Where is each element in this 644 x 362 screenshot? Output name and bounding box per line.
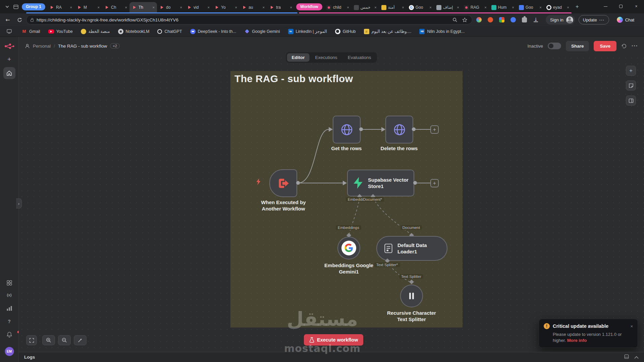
browser-tab[interactable]: RAG× bbox=[462, 2, 489, 13]
tab-search-icon[interactable] bbox=[3, 2, 11, 11]
bookmark[interactable]: Gmail bbox=[21, 29, 40, 34]
browser-tab[interactable]: RA× bbox=[47, 2, 74, 13]
bookmark[interactable]: YouTube bbox=[48, 29, 73, 34]
browser-tab[interactable]: Goo× bbox=[517, 2, 544, 13]
tab-close-icon[interactable]: × bbox=[290, 6, 292, 9]
bookmark[interactable]: منصة الخطة bbox=[81, 29, 110, 34]
node-supabase-vector-store[interactable]: Supabase Vector Store1 bbox=[347, 170, 414, 196]
bookmark[interactable]: GitHub bbox=[335, 29, 356, 34]
tab-activity-icon[interactable] bbox=[11, 2, 20, 11]
output-port[interactable] bbox=[359, 127, 363, 131]
workflow-canvas[interactable]: The RAG - sub workflow Wh bbox=[19, 55, 644, 352]
update-button[interactable]: Update ··· bbox=[579, 15, 609, 24]
templates-icon[interactable] bbox=[6, 280, 12, 286]
browser-tab[interactable]: M× bbox=[74, 2, 102, 13]
tab-close-icon[interactable]: × bbox=[539, 6, 541, 9]
insights-icon[interactable] bbox=[6, 306, 12, 311]
bookmark[interactable]: NotebookLM bbox=[118, 29, 150, 34]
browser-tab[interactable]: child× bbox=[324, 2, 352, 13]
tab-close-icon[interactable]: × bbox=[402, 6, 404, 9]
node-get-the-rows[interactable] bbox=[333, 116, 361, 143]
share-button[interactable]: Share bbox=[566, 41, 589, 51]
split-panel-icon[interactable] bbox=[626, 96, 636, 106]
tags-badge[interactable]: +2 bbox=[110, 43, 120, 49]
browser-tab[interactable]: Hum× bbox=[489, 2, 517, 13]
window-close-button[interactable]: × bbox=[629, 0, 644, 13]
reading-list-icon[interactable] bbox=[5, 27, 13, 36]
zoom-out-icon[interactable] bbox=[58, 335, 71, 345]
tab-close-icon[interactable]: × bbox=[208, 6, 210, 9]
tab-group-1[interactable]: Group 1 bbox=[22, 3, 45, 10]
minimize-button[interactable] bbox=[598, 0, 613, 13]
more-info-link[interactable]: More info bbox=[567, 338, 587, 343]
browser-essentials-icon[interactable] bbox=[474, 15, 484, 24]
bookmark[interactable]: ChatGPT bbox=[157, 29, 182, 34]
sidebar-expander-chevron-icon[interactable]: › bbox=[16, 198, 22, 208]
sign-in-button[interactable]: Sign in bbox=[546, 15, 575, 24]
browser-tab[interactable]: vid× bbox=[184, 2, 212, 13]
extension-c-icon[interactable] bbox=[508, 15, 518, 24]
favorite-star-icon[interactable] bbox=[461, 16, 468, 23]
bookmark[interactable]: وظائف عن بعد اليوم.... bbox=[364, 29, 412, 34]
node-delete-the-rows[interactable] bbox=[385, 116, 413, 143]
breadcrumb-project[interactable]: Personal bbox=[33, 44, 51, 49]
tab-close-icon[interactable]: × bbox=[429, 6, 431, 9]
browser-tab[interactable]: Goo× bbox=[407, 2, 434, 13]
variables-icon[interactable]: {x} bbox=[7, 293, 12, 297]
n8n-logo-icon[interactable] bbox=[4, 43, 15, 50]
output-port[interactable] bbox=[413, 181, 417, 185]
tab-close-icon[interactable]: × bbox=[70, 6, 72, 9]
browser-tab[interactable]: إضاف× bbox=[434, 2, 462, 13]
execute-workflow-button[interactable]: Execute workflow bbox=[304, 334, 363, 346]
bookmark[interactable]: Google Gemini bbox=[244, 29, 280, 34]
user-avatar[interactable]: EM bbox=[5, 347, 14, 356]
active-toggle[interactable] bbox=[548, 43, 561, 49]
extension-a-icon[interactable] bbox=[485, 15, 495, 24]
output-port[interactable] bbox=[412, 127, 416, 131]
open-logs-panel-icon[interactable] bbox=[624, 354, 629, 360]
browser-tab[interactable]: tra× bbox=[267, 2, 294, 13]
address-bar[interactable]: https://childing-slackly-liv.ngrok-free.… bbox=[26, 15, 472, 24]
add-node-plus[interactable]: + bbox=[430, 179, 439, 187]
back-icon[interactable]: ← bbox=[3, 15, 13, 24]
tab-close-icon[interactable]: × bbox=[125, 6, 127, 9]
help-icon[interactable]: ? bbox=[8, 319, 11, 324]
extension-b-icon[interactable] bbox=[497, 15, 506, 24]
browser-tab[interactable]: أمنة× bbox=[379, 2, 407, 13]
save-button[interactable]: Save bbox=[594, 41, 616, 51]
tab-close-icon[interactable]: × bbox=[98, 6, 100, 9]
bookmark[interactable]: DeepSeek - Into th... bbox=[190, 29, 236, 34]
tab-close-icon[interactable]: × bbox=[263, 6, 265, 9]
tab-evaluations[interactable]: Evaluations bbox=[343, 53, 376, 62]
output-port[interactable] bbox=[296, 181, 300, 185]
tab-close-icon[interactable]: × bbox=[235, 6, 237, 9]
node-embeddings-google-gemini[interactable] bbox=[337, 237, 360, 259]
workflow-name[interactable]: The RAG - sub workflow bbox=[58, 44, 107, 49]
browser-tab[interactable]: do× bbox=[157, 2, 184, 13]
sticky-note-icon[interactable] bbox=[626, 80, 636, 90]
tab-close-icon[interactable]: × bbox=[180, 6, 182, 9]
add-node-button[interactable]: + bbox=[626, 66, 636, 76]
maximize-button[interactable] bbox=[613, 0, 629, 13]
tab-editor[interactable]: Editor bbox=[287, 53, 310, 62]
tab-close-icon[interactable]: × bbox=[374, 6, 376, 9]
node-when-executed-by-another-workflow[interactable] bbox=[269, 169, 297, 197]
tab-close-icon[interactable]: × bbox=[484, 6, 486, 9]
node-default-data-loader[interactable]: Default Data Loader1 bbox=[376, 236, 447, 261]
browser-tab[interactable]: خمس× bbox=[352, 2, 379, 13]
node-recursive-character-text-splitter[interactable] bbox=[400, 285, 423, 307]
fit-view-icon[interactable] bbox=[26, 335, 37, 345]
downloads-icon[interactable]: ↓ bbox=[531, 15, 541, 24]
new-tab-button[interactable]: + bbox=[573, 2, 582, 11]
browser-tab[interactable]: Yo× bbox=[212, 2, 239, 13]
tab-close-icon[interactable]: × bbox=[567, 6, 569, 9]
tab-close-icon[interactable]: × bbox=[347, 6, 349, 9]
logs-bar[interactable]: Logs bbox=[19, 352, 644, 362]
browser-tab-active[interactable]: Th× bbox=[129, 2, 157, 13]
home-icon[interactable] bbox=[3, 67, 15, 79]
tab-group-workflow[interactable]: Workflow bbox=[296, 3, 322, 10]
bookmark[interactable]: LinkedIn | الموجز bbox=[288, 29, 327, 34]
tab-close-icon[interactable]: × bbox=[457, 6, 459, 9]
expand-logs-chevron-icon[interactable] bbox=[634, 354, 639, 360]
zoom-in-icon[interactable] bbox=[42, 335, 55, 345]
